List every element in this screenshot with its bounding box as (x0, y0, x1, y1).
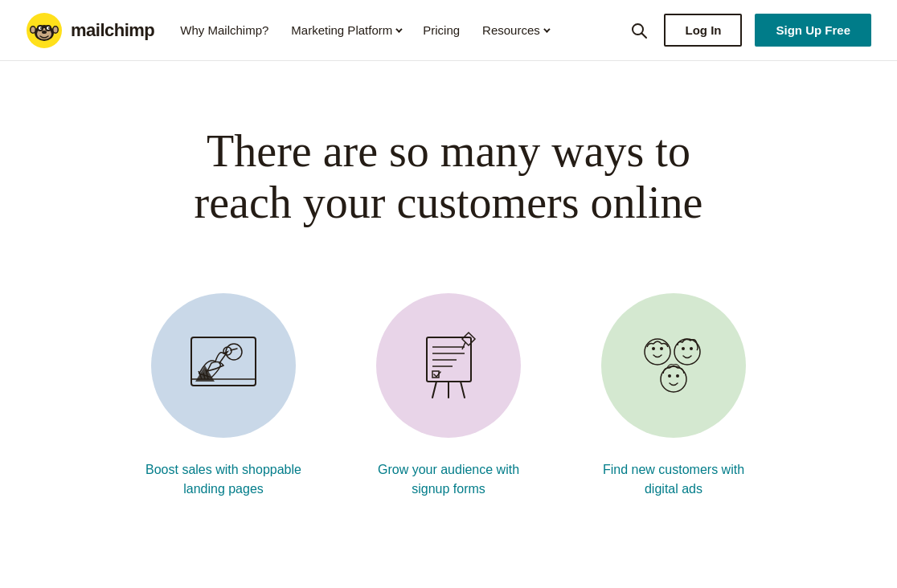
svg-point-18 (223, 347, 231, 355)
feature-signup-forms: Grow your audience with signup forms (360, 293, 537, 499)
feature-circle-2 (376, 293, 521, 438)
main-nav: mailchimp Why Mailchimp? Marketing Platf… (0, 0, 897, 61)
svg-point-34 (682, 347, 685, 350)
hero-section: There are so many ways to reach your cus… (0, 61, 897, 277)
svg-point-12 (54, 27, 58, 32)
search-button[interactable] (627, 18, 651, 43)
svg-point-7 (40, 27, 42, 29)
feature-circle-3 (601, 293, 746, 438)
landing-pages-illustration (179, 321, 268, 410)
svg-point-31 (652, 347, 655, 350)
nav-pricing[interactable]: Pricing (423, 23, 460, 37)
feature-circle-1 (151, 293, 296, 438)
svg-line-15 (642, 33, 647, 38)
svg-point-13 (42, 31, 47, 34)
signup-forms-illustration (404, 321, 493, 410)
svg-point-30 (645, 339, 670, 365)
svg-line-27 (461, 382, 465, 398)
search-icon (630, 22, 648, 39)
nav-why-mailchimp[interactable]: Why Mailchimp? (180, 23, 268, 37)
logo-text: mailchimp (71, 20, 154, 41)
svg-line-26 (432, 382, 436, 398)
logo-icon (26, 12, 63, 49)
svg-marker-19 (195, 365, 215, 382)
feature-digital-ads: Find new customers with digital ads (585, 293, 762, 499)
feature-landing-pages: Boost sales with shoppable landing pages (135, 293, 312, 499)
svg-point-11 (31, 27, 35, 32)
feature-label-1: Boost sales with shoppable landing pages (135, 460, 312, 499)
svg-point-37 (668, 374, 671, 378)
nav-actions: Log In Sign Up Free (627, 14, 871, 47)
features-section: Boost sales with shoppable landing pages (0, 277, 897, 547)
svg-point-32 (660, 347, 663, 350)
login-button[interactable]: Log In (664, 14, 742, 47)
svg-point-35 (690, 347, 693, 350)
svg-line-29 (462, 342, 465, 349)
hero-title: There are so many ways to reach your cus… (167, 125, 730, 229)
chevron-down-icon (543, 26, 550, 32)
chevron-down-icon (395, 26, 402, 32)
nav-marketing-platform[interactable]: Marketing Platform (291, 23, 400, 37)
svg-point-17 (226, 344, 242, 360)
logo-link[interactable]: mailchimp (26, 12, 154, 49)
digital-ads-illustration (629, 321, 718, 410)
nav-links: Why Mailchimp? Marketing Platform Pricin… (180, 23, 627, 37)
feature-label-2: Grow your audience with signup forms (360, 460, 537, 499)
nav-resources[interactable]: Resources (482, 23, 548, 37)
svg-point-8 (48, 27, 50, 29)
svg-point-38 (676, 374, 679, 378)
feature-label-3: Find new customers with digital ads (585, 460, 762, 499)
signup-button[interactable]: Sign Up Free (755, 14, 871, 47)
